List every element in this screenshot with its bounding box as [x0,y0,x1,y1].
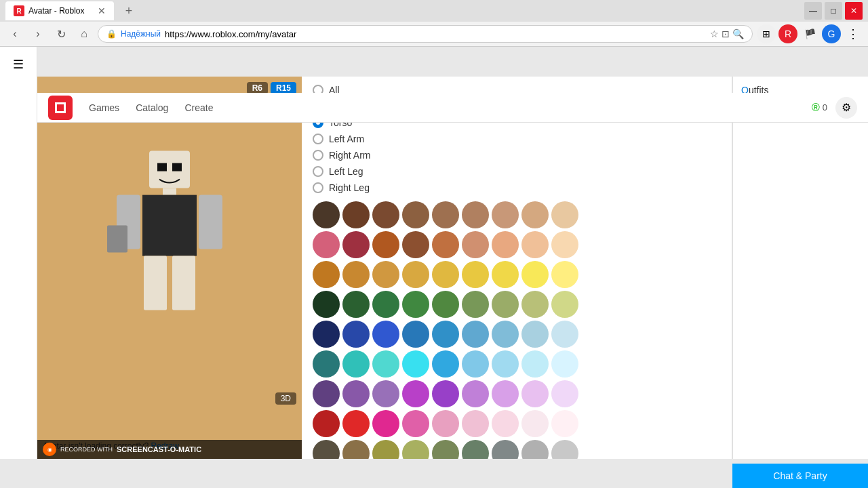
color-swatch-56[interactable] [372,380,399,407]
color-swatch-3[interactable] [402,201,429,228]
maximize-button[interactable]: □ [825,2,842,20]
color-swatch-15[interactable] [492,231,519,258]
color-swatch-30[interactable] [402,291,429,318]
3d-view-badge[interactable]: 3D [275,392,296,405]
color-swatch-50[interactable] [462,350,489,378]
new-tab-button[interactable]: + [119,1,138,20]
forward-button[interactable]: › [28,24,47,43]
color-swatch-47[interactable] [372,350,399,378]
color-swatch-80[interactable] [551,440,578,459]
color-swatch-17[interactable] [551,231,578,258]
color-swatch-23[interactable] [462,261,489,288]
tab-close-button[interactable]: ✕ [98,5,106,16]
browser-tab[interactable]: R Avatar - Roblox ✕ [5,1,114,20]
url-input[interactable]: 🔒 Надёжный https://www.roblox.com/my/ava… [98,25,753,43]
color-swatch-0[interactable] [313,201,340,228]
nav-games[interactable]: Games [89,102,119,113]
radio-right-arm[interactable]: Right Arm [313,150,721,161]
color-swatch-14[interactable] [462,231,489,258]
robux-counter[interactable]: ® 0 [812,102,827,114]
color-swatch-21[interactable] [402,261,429,288]
color-swatch-36[interactable] [313,321,340,348]
color-swatch-74[interactable] [372,440,399,459]
reload-button[interactable]: ↻ [52,24,71,43]
hamburger-menu-icon[interactable]: ☰ [6,52,31,77]
color-swatch-71[interactable] [551,410,578,437]
color-swatch-5[interactable] [462,201,489,228]
color-swatch-46[interactable] [342,350,370,378]
color-swatch-43[interactable] [521,321,549,348]
color-swatch-37[interactable] [342,321,370,348]
menu-button[interactable]: ⋮ [844,24,863,43]
color-swatch-64[interactable] [342,410,370,437]
color-swatch-61[interactable] [521,380,549,407]
close-button[interactable]: ✕ [845,2,863,20]
zoom-icon[interactable]: 🔍 [732,28,744,39]
color-swatch-31[interactable] [432,291,459,318]
color-swatch-4[interactable] [432,201,459,228]
color-swatch-79[interactable] [521,440,549,459]
color-swatch-18[interactable] [313,261,340,288]
color-swatch-16[interactable] [521,231,549,258]
color-swatch-76[interactable] [432,440,459,459]
color-swatch-12[interactable] [402,231,429,258]
color-swatch-24[interactable] [492,261,519,288]
color-swatch-70[interactable] [521,410,549,437]
color-swatch-60[interactable] [492,380,519,407]
color-swatch-41[interactable] [462,321,489,348]
color-swatch-58[interactable] [432,380,459,407]
color-swatch-7[interactable] [521,201,549,228]
roblox-ext-button[interactable]: R [778,24,797,43]
color-swatch-25[interactable] [521,261,549,288]
color-swatch-19[interactable] [342,261,370,288]
extensions-button[interactable]: ⊞ [757,24,776,43]
color-swatch-10[interactable] [342,231,370,258]
color-swatch-78[interactable] [492,440,519,459]
flag-icon[interactable]: 🏴 [800,24,819,43]
back-button[interactable]: ‹ [5,24,24,43]
color-swatch-40[interactable] [432,321,459,348]
color-swatch-33[interactable] [492,291,519,318]
roblox-logo[interactable] [48,96,73,120]
color-swatch-75[interactable] [402,440,429,459]
color-swatch-73[interactable] [342,440,370,459]
color-swatch-26[interactable] [551,261,578,288]
color-swatch-51[interactable] [492,350,519,378]
color-swatch-2[interactable] [372,201,399,228]
home-button[interactable]: ⌂ [75,24,94,43]
color-swatch-28[interactable] [342,291,370,318]
color-swatch-27[interactable] [313,291,340,318]
color-swatch-22[interactable] [432,261,459,288]
nav-create[interactable]: Create [184,102,213,113]
cast-icon[interactable]: ⊡ [722,28,730,39]
color-swatch-53[interactable] [551,350,578,378]
color-swatch-44[interactable] [551,321,578,348]
color-swatch-54[interactable] [313,380,340,407]
color-swatch-69[interactable] [492,410,519,437]
color-swatch-11[interactable] [372,231,399,258]
color-swatch-38[interactable] [372,321,399,348]
color-swatch-29[interactable] [372,291,399,318]
color-swatch-77[interactable] [462,440,489,459]
color-swatch-67[interactable] [432,410,459,437]
color-swatch-49[interactable] [432,350,459,378]
color-swatch-42[interactable] [492,321,519,348]
color-swatch-63[interactable] [313,410,340,437]
settings-button[interactable]: ⚙ [835,97,857,119]
radio-right-leg[interactable]: Right Leg [313,182,721,193]
color-swatch-39[interactable] [402,321,429,348]
radio-left-leg[interactable]: Left Leg [313,166,721,177]
color-swatch-34[interactable] [521,291,549,318]
color-swatch-8[interactable] [551,201,578,228]
color-swatch-59[interactable] [462,380,489,407]
color-swatch-9[interactable] [313,231,340,258]
nav-catalog[interactable]: Catalog [136,102,168,113]
color-swatch-65[interactable] [372,410,399,437]
color-swatch-13[interactable] [432,231,459,258]
color-swatch-6[interactable] [492,201,519,228]
color-swatch-57[interactable] [402,380,429,407]
color-swatch-62[interactable] [551,380,578,407]
color-swatch-35[interactable] [551,291,578,318]
color-swatch-1[interactable] [342,201,370,228]
chrome-user-icon[interactable]: G [822,24,841,43]
